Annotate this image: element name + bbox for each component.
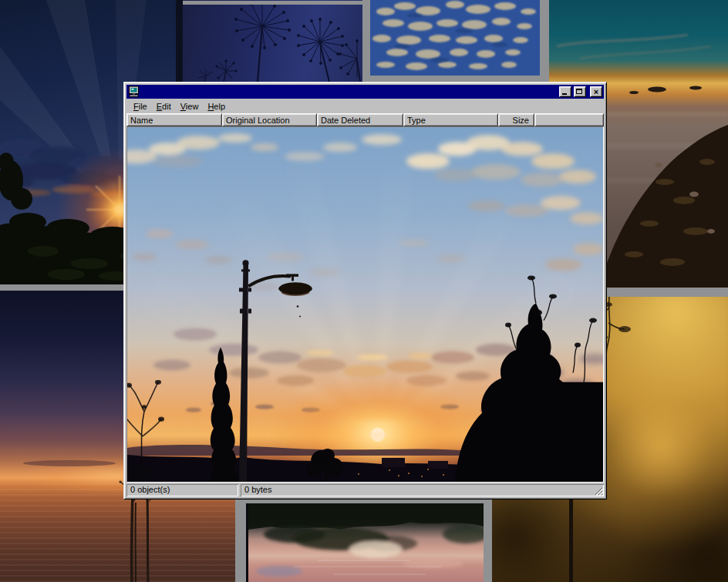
status-bytes: 0 bytes: [241, 484, 604, 496]
bg-photo-altocumulus-sky: [370, 0, 540, 76]
column-header-name[interactable]: Name: [126, 113, 222, 126]
frame-border: [235, 500, 246, 582]
frame-border: [246, 500, 484, 503]
menu-bar: File Edit View Help: [126, 99, 604, 113]
dried-flowers-art: [183, 0, 362, 82]
frame-border: [484, 500, 492, 582]
close-button[interactable]: ×: [590, 86, 602, 97]
menu-edit[interactable]: Edit: [152, 100, 176, 113]
resize-grip-icon[interactable]: [593, 486, 603, 496]
title-bar[interactable]: ×: [126, 85, 604, 99]
frame-border: [183, 1, 362, 5]
column-header-type[interactable]: Type: [403, 113, 498, 126]
menu-help[interactable]: Help: [203, 100, 230, 113]
file-list-view[interactable]: [126, 126, 604, 483]
column-header-original-location[interactable]: Original Location: [222, 113, 317, 126]
minimize-button[interactable]: [559, 86, 571, 97]
pink-reflection-art: [248, 503, 484, 582]
minimize-icon: [562, 93, 567, 95]
computer-icon: [128, 86, 140, 98]
menu-view[interactable]: View: [176, 100, 204, 113]
menu-file[interactable]: File: [129, 100, 152, 113]
frame-border: [540, 0, 549, 82]
status-bar: 0 object(s) 0 bytes: [126, 483, 604, 496]
status-bytes-text: 0 bytes: [244, 485, 271, 494]
recycle-bin-window: × File Edit View Help Name Original Loca…: [123, 82, 607, 500]
maximize-icon: [576, 89, 582, 94]
frame-border: [362, 76, 549, 82]
desktop: × File Edit View Help Name Original Loca…: [0, 0, 728, 582]
bg-photo-dried-flowers: [183, 0, 362, 82]
column-header-date-deleted[interactable]: Date Deleted: [317, 113, 403, 126]
column-headers: Name Original Location Date Deleted Type…: [126, 113, 604, 126]
altocumulus-art: [370, 0, 540, 76]
frame-border: [362, 0, 370, 82]
close-icon: ×: [594, 88, 598, 96]
status-objects: 0 object(s): [126, 484, 238, 496]
column-header-size[interactable]: Size: [498, 113, 534, 126]
sunset-lamp-photo: [127, 127, 603, 482]
column-header-filler[interactable]: [534, 113, 604, 126]
maximize-button[interactable]: [574, 86, 586, 97]
bg-photo-pink-reflection: [248, 503, 484, 582]
